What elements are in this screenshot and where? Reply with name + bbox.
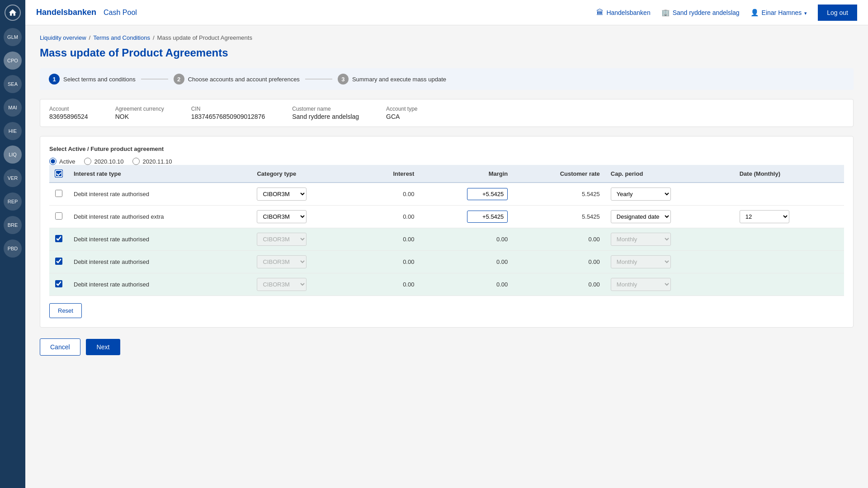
row-interest-rate-type: Debit interest rate authorised [68,228,251,251]
company-label: Sand ryddere andelslag [673,9,740,16]
wizard-step-1: 1 Select terms and conditions [49,74,136,84]
row-category-type[interactable]: CIBOR3M [251,206,361,228]
bank-item[interactable]: Handelsbanken [596,9,650,17]
topnav: Handelsbanken Cash Pool Handelsbanken Sa… [25,0,868,25]
cap-period-select-3[interactable]: YearlyMonthlyQuarterlyDesignated date [611,255,671,268]
sidebar-item-ver[interactable]: VER [4,169,22,187]
radio-date1-input[interactable] [84,158,91,165]
radio-active-input[interactable] [49,158,57,165]
bank-label: Handelsbanken [606,9,650,16]
row-select-cell[interactable] [49,273,68,296]
category-select-4[interactable]: CIBOR3M [257,278,307,291]
row-date-monthly[interactable]: 121234567891011 [734,206,844,228]
sidebar-home-icon[interactable] [5,5,21,21]
radio-active[interactable]: Active [49,158,75,165]
cap-period-select-2[interactable]: YearlyMonthlyQuarterlyDesignated date [611,233,671,246]
row-margin: 0.00 [420,228,513,251]
row-checkbox-1[interactable] [55,212,62,220]
currency-value: NOK [115,113,129,120]
select-all-icon[interactable] [55,169,63,178]
category-select-2[interactable]: CIBOR3M [257,233,307,246]
brand-name: Handelsbanken [36,8,96,17]
sidebar-item-rep[interactable]: REP [4,192,22,211]
reset-button[interactable]: Reset [49,303,82,318]
row-date-monthly[interactable] [734,228,844,251]
step-2-label: Choose accounts and account preferences [188,76,300,83]
cin-value: 183746576850909012876 [191,113,265,120]
row-category-type[interactable]: CIBOR3M [251,183,361,206]
category-select-3[interactable]: CIBOR3M [257,255,307,268]
row-interest-rate-type: Debit interest rate authorised extra [68,206,251,228]
row-date-monthly[interactable] [734,273,844,296]
row-date-monthly[interactable] [734,183,844,206]
topnav-left: Handelsbanken Cash Pool [36,8,137,17]
row-cap-period[interactable]: YearlyMonthlyQuarterlyDesignated date [605,183,734,206]
account-info-bar: Account 83695896524 Agreement currency N… [40,99,854,127]
margin-input-0[interactable] [467,188,508,200]
row-category-type[interactable]: CIBOR3M [251,228,361,251]
content-area: Liquidity overview / Terms and Condition… [25,25,868,488]
th-cap-period: Cap. period [605,165,734,183]
row-select-cell[interactable] [49,183,68,206]
category-select-0[interactable]: CIBOR3M [257,188,307,201]
row-interest-rate-type: Debit interest rate authorised [68,273,251,296]
wizard-step-2: 2 Choose accounts and account preference… [174,74,300,84]
row-cap-period[interactable]: YearlyMonthlyQuarterlyDesignated date [605,206,734,228]
row-margin: 0.00 [420,273,513,296]
sidebar-item-liq[interactable]: LIQ [4,145,22,164]
row-select-cell[interactable] [49,228,68,251]
account-type-label: Account type [386,106,417,112]
sidebar-item-bre[interactable]: BRE [4,216,22,234]
page-title: Mass update of Product Agreements [40,47,854,59]
row-margin[interactable] [420,206,513,228]
breadcrumb-current: Mass update of Product Agreements [157,34,252,41]
row-checkbox-3[interactable] [55,258,62,265]
row-checkbox-4[interactable] [55,280,62,287]
building-icon [661,9,670,17]
row-date-monthly[interactable] [734,251,844,273]
company-item[interactable]: Sand ryddere andelslag [661,9,740,17]
row-margin[interactable] [420,183,513,206]
category-select-1[interactable]: CIBOR3M [257,210,307,223]
radio-date2-label: 2020.11.10 [142,158,172,165]
sidebar-item-pbd[interactable]: PBD [4,239,22,258]
cap-period-select-1[interactable]: YearlyMonthlyQuarterlyDesignated date [611,210,671,223]
sidebar-item-glm[interactable]: GLM [4,28,22,46]
row-category-type[interactable]: CIBOR3M [251,251,361,273]
cap-period-select-0[interactable]: YearlyMonthlyQuarterlyDesignated date [611,188,671,201]
row-select-cell[interactable] [49,206,68,228]
sidebar-item-cpo[interactable]: CPO [4,52,22,70]
user-label: Einar Hamnes [762,9,802,16]
row-customer-rate: 0.00 [513,273,605,296]
cancel-button[interactable]: Cancel [40,338,80,356]
breadcrumb-liquidity[interactable]: Liquidity overview [40,34,86,41]
logout-button[interactable]: Log out [818,5,857,21]
sidebar-item-mai[interactable]: MAI [4,99,22,117]
radio-date1[interactable]: 2020.10.10 [84,158,123,165]
row-cap-period[interactable]: YearlyMonthlyQuarterlyDesignated date [605,273,734,296]
date-monthly-select-1[interactable]: 121234567891011 [740,210,789,223]
row-select-cell[interactable] [49,251,68,273]
radio-date2[interactable]: 2020.11.10 [132,158,172,165]
topnav-right: Handelsbanken Sand ryddere andelslag Ein… [596,5,857,21]
account-type-value: GCA [386,113,400,120]
row-checkbox-0[interactable] [55,190,62,197]
breadcrumb-sep1: / [89,34,91,41]
row-cap-period[interactable]: YearlyMonthlyQuarterlyDesignated date [605,228,734,251]
row-category-type[interactable]: CIBOR3M [251,273,361,296]
radio-group: Active 2020.10.10 2020.11.10 [49,158,844,165]
table-row: Debit interest rate authorisedCIBOR3M0.0… [49,251,844,273]
th-interest-rate-type: Interest rate type [68,165,251,183]
wizard-steps: 1 Select terms and conditions 2 Choose a… [40,68,854,90]
row-cap-period[interactable]: YearlyMonthlyQuarterlyDesignated date [605,251,734,273]
next-button[interactable]: Next [86,339,121,355]
sidebar-item-sea[interactable]: SEA [4,75,22,93]
breadcrumb-terms[interactable]: Terms and Conditions [93,34,150,41]
user-item[interactable]: Einar Hamnes [750,9,807,17]
cap-period-select-4[interactable]: YearlyMonthlyQuarterlyDesignated date [611,278,671,291]
radio-date2-input[interactable] [132,158,140,165]
sidebar-item-hie[interactable]: HIE [4,122,22,140]
customer-name-label: Customer name [292,106,359,112]
margin-input-1[interactable] [467,211,508,223]
row-checkbox-2[interactable] [55,235,62,242]
